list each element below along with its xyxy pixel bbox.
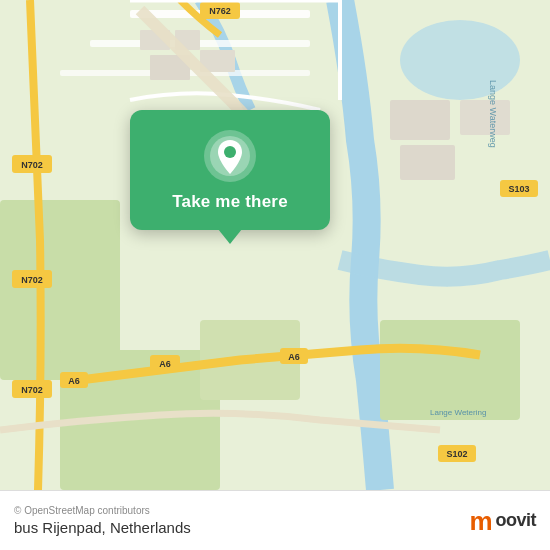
svg-text:S103: S103	[508, 184, 529, 194]
svg-text:S102: S102	[446, 449, 467, 459]
svg-rect-33	[400, 145, 455, 180]
svg-rect-32	[460, 100, 510, 135]
popup-card[interactable]: Take me there	[130, 110, 330, 230]
footer-bar: © OpenStreetMap contributors bus Rijenpa…	[0, 490, 550, 550]
map-background: N702 N702 N702 N762 A6 A6 A6 S103 S102	[0, 0, 550, 490]
take-me-there-button[interactable]: Take me there	[172, 192, 288, 212]
svg-text:Lange Waterweg: Lange Waterweg	[488, 80, 498, 148]
svg-text:N702: N702	[21, 275, 43, 285]
svg-text:Lange Wetering: Lange Wetering	[430, 408, 486, 417]
moovit-m-icon: m	[469, 508, 492, 534]
svg-text:N702: N702	[21, 385, 43, 395]
moovit-wordmark: oovit	[496, 510, 537, 531]
svg-text:A6: A6	[159, 359, 171, 369]
svg-text:N762: N762	[209, 6, 231, 16]
svg-text:A6: A6	[288, 352, 300, 362]
svg-rect-31	[390, 100, 450, 140]
copyright-text: © OpenStreetMap contributors	[14, 505, 191, 516]
svg-point-1	[400, 20, 520, 100]
svg-text:A6: A6	[68, 376, 80, 386]
moovit-logo: m oovit	[469, 508, 536, 534]
svg-point-40	[224, 146, 236, 158]
footer-left: © OpenStreetMap contributors bus Rijenpa…	[14, 505, 191, 536]
map-container: N702 N702 N702 N762 A6 A6 A6 S103 S102	[0, 0, 550, 490]
svg-text:N702: N702	[21, 160, 43, 170]
location-pin-icon	[204, 130, 256, 182]
svg-rect-5	[380, 320, 520, 420]
location-name: bus Rijenpad, Netherlands	[14, 519, 191, 536]
